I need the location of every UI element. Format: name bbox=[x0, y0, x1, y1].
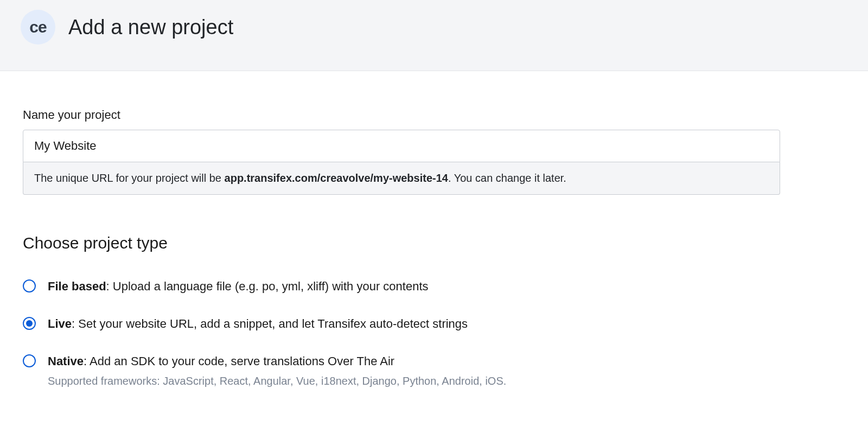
project-url-hint: The unique URL for your project will be … bbox=[23, 162, 780, 195]
radio-option-name: Live bbox=[48, 317, 72, 330]
radio-option-live[interactable]: Live: Set your website URL, add a snippe… bbox=[23, 316, 780, 333]
radio-option-name: Native bbox=[48, 354, 84, 368]
project-type-radio-group: File based: Upload a language file (e.g.… bbox=[23, 278, 780, 387]
project-name-label: Name your project bbox=[23, 108, 780, 122]
radio-icon bbox=[23, 317, 36, 330]
url-hint-prefix: The unique URL for your project will be bbox=[34, 172, 225, 184]
radio-label-wrap: Native: Add an SDK to your code, serve t… bbox=[48, 353, 506, 388]
radio-option-description: : Set your website URL, add a snippet, a… bbox=[72, 317, 468, 330]
url-hint-url: app.transifex.com/creavolve/my-website-1… bbox=[225, 172, 448, 184]
radio-label: Live: Set your website URL, add a snippe… bbox=[48, 316, 468, 333]
content-area: Name your project The unique URL for you… bbox=[0, 71, 803, 387]
radio-option-description: : Upload a language file (e.g. po, yml, … bbox=[106, 279, 429, 293]
radio-icon bbox=[23, 279, 36, 292]
project-name-section: Name your project The unique URL for you… bbox=[23, 108, 780, 195]
radio-option-file-based[interactable]: File based: Upload a language file (e.g.… bbox=[23, 278, 780, 295]
radio-option-subtext: Supported frameworks: JavaScript, React,… bbox=[48, 375, 506, 387]
project-type-heading: Choose project type bbox=[23, 234, 780, 252]
radio-label: Native: Add an SDK to your code, serve t… bbox=[48, 353, 506, 370]
radio-label: File based: Upload a language file (e.g.… bbox=[48, 278, 429, 295]
org-avatar: ce bbox=[21, 10, 55, 44]
page-header: ce Add a new project bbox=[0, 0, 868, 71]
url-hint-suffix: . You can change it later. bbox=[448, 172, 566, 184]
radio-icon bbox=[23, 354, 36, 367]
radio-option-native[interactable]: Native: Add an SDK to your code, serve t… bbox=[23, 353, 780, 388]
radio-option-description: : Add an SDK to your code, serve transla… bbox=[84, 354, 394, 368]
page-title: Add a new project bbox=[68, 16, 233, 39]
org-initials: ce bbox=[29, 18, 46, 36]
project-name-input[interactable] bbox=[23, 130, 780, 162]
radio-option-name: File based bbox=[48, 279, 106, 293]
